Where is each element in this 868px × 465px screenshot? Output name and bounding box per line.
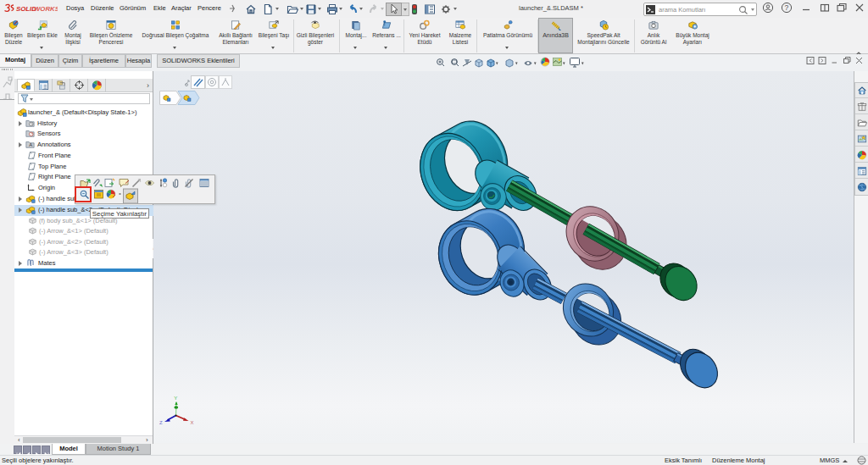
svg-text:?: ? [785, 3, 789, 12]
svg-text:X: X [191, 420, 194, 425]
svg-text:WORKS: WORKS [34, 5, 58, 13]
svg-text:Z: Z [159, 420, 163, 425]
svg-text:A: A [29, 142, 32, 147]
svg-text:Y: Y [174, 396, 177, 401]
